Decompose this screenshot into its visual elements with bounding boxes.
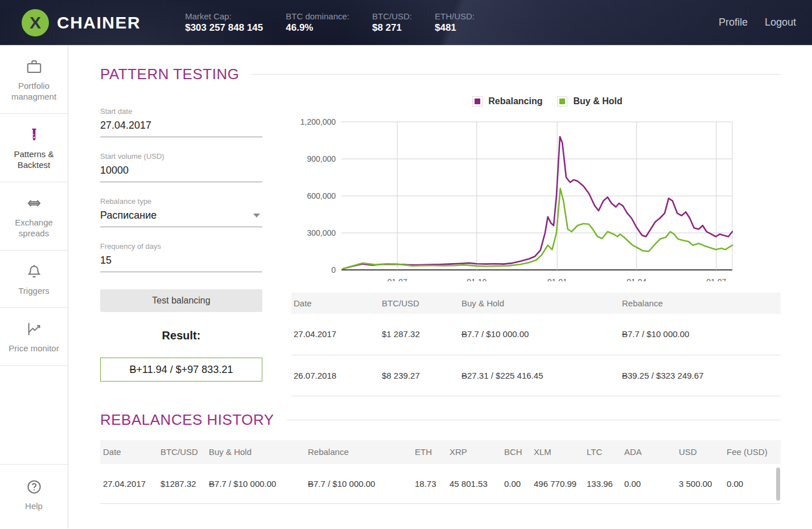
svg-text:01.07: 01.07 — [706, 277, 726, 281]
frequency-label: Frequency of days — [100, 242, 262, 251]
top-nav: Profile Logout — [719, 17, 796, 28]
test-balancing-button[interactable]: Test balancing — [100, 289, 262, 312]
stat-label: BTC/USD: — [372, 11, 412, 21]
rebalance-type-select[interactable]: Расписание — [100, 210, 262, 227]
sidebar-item-label: Portfolio managment — [3, 80, 64, 102]
start-date-label: Start date — [100, 107, 262, 116]
cell-bch: 0.00 — [501, 464, 531, 504]
cell-ada: 0.00 — [621, 464, 676, 504]
sidebar-item-triggers[interactable]: Triggers — [0, 251, 68, 308]
svg-text:01.10: 01.10 — [467, 277, 487, 281]
legend-item-rebalancing[interactable]: Rebalancing — [472, 96, 542, 106]
table-header-row: Date BTC/USD Buy & Hold Rebalance — [291, 293, 781, 314]
stat-eth-usd: ETH/USD: $481 — [435, 11, 475, 34]
sidebar-item-exchange-spreads[interactable]: Exchange spreads — [0, 182, 68, 251]
stat-label: ETH/USD: — [435, 11, 475, 21]
logout-link[interactable]: Logout — [765, 17, 796, 28]
cell-date: 26.07.2018 — [291, 355, 380, 396]
svg-text:1,200,000: 1,200,000 — [300, 117, 336, 126]
column-header: BTC/USD — [158, 440, 206, 464]
chart-panel: Rebalancing Buy & Hold 0300,000600,00090… — [291, 95, 781, 396]
svg-text:600,000: 600,000 — [307, 191, 336, 200]
frequency-input[interactable]: 15 — [100, 255, 262, 272]
svg-text:900,000: 900,000 — [307, 154, 336, 163]
column-header: Fee (USD) — [724, 440, 781, 464]
sidebar-item-help[interactable]: Help — [0, 464, 68, 528]
sidebar-spacer — [0, 366, 68, 464]
stat-btc-usd: BTC/USD: $8 271 — [372, 11, 412, 34]
backtest-line-chart: 0300,000600,000900,0001,200,00001.0701.1… — [291, 109, 781, 281]
legend-label: Rebalancing — [488, 96, 542, 106]
rebalances-history-panel: Date BTC/USD Buy & Hold Rebalance ETH XR… — [100, 440, 781, 529]
top-bar: X CHAINER Market Cap: $303 257 848 145 B… — [0, 0, 812, 46]
legend-item-buy-hold[interactable]: Buy & Hold — [557, 96, 622, 106]
sidebar-item-portfolio-management[interactable]: Portfolio managment — [0, 46, 68, 114]
logo-x-icon: X — [22, 9, 49, 36]
market-stats: Market Cap: $303 257 848 145 BTC dominan… — [185, 11, 475, 34]
backtest-summary-table: Date BTC/USD Buy & Hold Rebalance 27.04.… — [291, 293, 781, 396]
rebalances-history-title: REBALANCES HISTORY — [100, 411, 274, 429]
buy-hold-color-swatch — [559, 99, 565, 104]
svg-text:300,000: 300,000 — [307, 228, 336, 237]
svg-text:01.04: 01.04 — [626, 277, 646, 281]
page-title: PATTERN TESTING — [100, 65, 239, 83]
stat-value: $303 257 848 145 — [185, 22, 263, 34]
cell-xlm: 496 770.99 — [531, 464, 584, 504]
sidebar-item-price-monitor[interactable]: Price monitor — [0, 308, 68, 366]
legend-marker — [472, 96, 483, 106]
dropdown-caret-icon — [253, 214, 260, 218]
result-value: B+11.94 / $+97 833.21 — [100, 358, 262, 382]
column-header: XLM — [531, 440, 584, 464]
cell-date: 27.04.2017 — [291, 314, 380, 355]
cell-usd: 3 500.00 — [676, 464, 724, 504]
sidebar-item-label: Triggers — [18, 285, 49, 296]
rebalance-type-value: Расписание — [100, 210, 156, 221]
start-volume-input[interactable]: 10000 — [100, 165, 262, 182]
table-row-empty — [100, 504, 781, 529]
table-header-row: Date BTC/USD Buy & Hold Rebalance ETH XR… — [100, 440, 781, 464]
table-row: 26.07.2018 $8 239.27 B27.31 / $225 416.4… — [291, 355, 781, 396]
chart-line-icon — [26, 321, 43, 338]
sidebar-item-label: Patterns & Backtest — [3, 149, 64, 170]
main-content: PATTERN TESTING Start date 27.04.2017 St… — [68, 46, 812, 528]
cell-btc-usd: $1287.32 — [158, 464, 206, 504]
column-header: Date — [291, 293, 380, 314]
test-tube-icon — [26, 126, 43, 143]
column-header: Rebalance — [305, 440, 412, 464]
svg-text:01.01: 01.01 — [547, 277, 567, 281]
cell-fee: 0.00 — [724, 464, 781, 504]
sidebar-item-patterns-backtest[interactable]: Patterns & Backtest — [0, 114, 68, 182]
table-scrollbar[interactable] — [776, 468, 780, 501]
sidebar: Portfolio managment Patterns & Backtest … — [0, 46, 68, 528]
briefcase-icon — [26, 58, 43, 75]
legend-marker — [557, 96, 567, 106]
stat-market-cap: Market Cap: $303 257 848 145 — [185, 11, 263, 34]
start-date-input[interactable]: 27.04.2017 — [100, 120, 262, 137]
cell-buy-hold: B27.31 / $225 416.45 — [459, 355, 620, 396]
cell-date: 27.04.2017 — [100, 464, 158, 504]
result-label: Result: — [100, 329, 262, 342]
question-circle-icon — [26, 478, 43, 495]
rebalance-type-label: Rebalance type — [100, 197, 262, 206]
column-header: Buy & Hold — [459, 293, 620, 314]
cell-rebalance: B7.7 / $10 000.00 — [305, 464, 412, 504]
cell-buy-hold: B7.7 / $10 000.00 — [459, 314, 620, 355]
cell-btc-usd: $1 287.32 — [380, 314, 459, 355]
profile-link[interactable]: Profile — [719, 17, 748, 28]
legend-label: Buy & Hold — [573, 96, 622, 106]
title-divider — [252, 74, 781, 75]
column-header: BCH — [501, 440, 531, 464]
svg-text:0: 0 — [331, 265, 336, 274]
bell-icon — [26, 263, 43, 280]
app-logo[interactable]: X CHAINER — [22, 9, 141, 36]
column-header: USD — [676, 440, 724, 464]
column-header: ETH — [412, 440, 447, 464]
stat-value: 46.9% — [286, 22, 349, 34]
column-header: Rebalance — [620, 293, 781, 314]
cell-ltc: 133.96 — [584, 464, 621, 504]
column-header: ADA — [621, 440, 676, 464]
table-row: 27.04.2017 $1 287.32 B7.7 / $10 000.00 B… — [291, 314, 781, 355]
start-volume-label: Start volume (USD) — [100, 152, 262, 161]
cell-eth: 18.73 — [412, 464, 447, 504]
logo-letter: X — [30, 13, 41, 32]
